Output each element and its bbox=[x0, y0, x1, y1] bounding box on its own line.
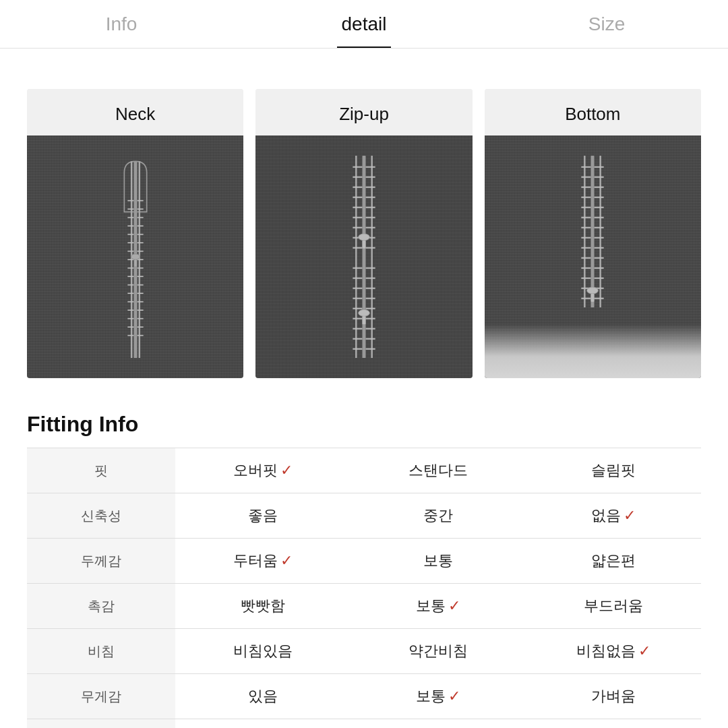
image-card-neck: Neck bbox=[27, 89, 243, 378]
neck-label: Neck bbox=[27, 89, 243, 135]
check-mark-icon: ✓ bbox=[448, 688, 460, 704]
row-col1: 오버핏✓ bbox=[175, 448, 351, 493]
row-col1: 비침있음 bbox=[175, 629, 351, 674]
zipup-photo bbox=[255, 135, 472, 378]
row-col1: 있음 bbox=[175, 674, 351, 719]
image-card-bottom: Bottom bbox=[485, 89, 701, 378]
svg-rect-38 bbox=[134, 260, 136, 266]
svg-point-80 bbox=[359, 309, 370, 316]
bottom-photo bbox=[485, 135, 701, 378]
neck-photo bbox=[27, 135, 243, 378]
row-label: 신축성 bbox=[27, 493, 175, 539]
check-mark-icon: ✓ bbox=[624, 507, 636, 524]
row-label: 무게감 bbox=[27, 674, 175, 719]
table-row: 촉감빳빳함보통✓부드러움 bbox=[27, 584, 701, 629]
row-col1: 있음✓ bbox=[175, 719, 351, 729]
row-label: 촉감 bbox=[27, 584, 175, 629]
row-col1: 좋음 bbox=[175, 493, 351, 539]
tab-bar: Info detail Size bbox=[0, 0, 728, 49]
svg-rect-41 bbox=[362, 156, 365, 358]
tab-info[interactable]: Info bbox=[0, 0, 243, 48]
row-col3: 슬림핏 bbox=[526, 448, 701, 493]
svg-rect-79 bbox=[362, 241, 365, 249]
tab-size[interactable]: Size bbox=[485, 0, 728, 48]
zipup-label: Zip-up bbox=[255, 89, 472, 135]
row-col2: 없음 bbox=[351, 719, 526, 729]
svg-point-113 bbox=[587, 287, 599, 294]
row-col3: 비침없음✓ bbox=[526, 629, 701, 674]
row-col3: 얇은편 bbox=[526, 539, 701, 584]
row-col2: 보통 bbox=[351, 539, 526, 584]
image-row: Neck bbox=[27, 89, 701, 378]
image-card-zipup: Zip-up bbox=[255, 89, 472, 378]
row-col2: 약간비침 bbox=[351, 629, 526, 674]
row-col3: 기모 bbox=[526, 719, 701, 729]
row-col1: 빳빳함 bbox=[175, 584, 351, 629]
fitting-title: Fitting Info bbox=[27, 412, 701, 437]
check-mark-icon: ✓ bbox=[638, 642, 650, 659]
svg-rect-114 bbox=[591, 294, 595, 302]
svg-point-78 bbox=[359, 234, 370, 241]
check-mark-icon: ✓ bbox=[280, 552, 293, 569]
table-row: 무게감있음보통✓가벼움 bbox=[27, 674, 701, 719]
table-row: 비침비침있음약간비침비침없음✓ bbox=[27, 629, 701, 674]
row-label: 핏 bbox=[27, 448, 175, 493]
table-row: 두께감두터움✓보통얇은편 bbox=[27, 539, 701, 584]
row-label: 두께감 bbox=[27, 539, 175, 584]
check-mark-icon: ✓ bbox=[448, 597, 460, 614]
row-col3: 가벼움 bbox=[526, 674, 701, 719]
table-row: 안감있음✓없음기모 bbox=[27, 719, 701, 729]
detail-section: Neck bbox=[0, 49, 728, 412]
check-mark-icon: ✓ bbox=[280, 462, 293, 479]
table-row: 신축성좋음중간없음✓ bbox=[27, 493, 701, 539]
row-col3: 부드러움 bbox=[526, 584, 701, 629]
row-label: 비침 bbox=[27, 629, 175, 674]
row-col2: 중간 bbox=[351, 493, 526, 539]
row-col2: 보통✓ bbox=[351, 584, 526, 629]
svg-rect-81 bbox=[362, 316, 365, 324]
row-col2: 스탠다드 bbox=[351, 448, 526, 493]
table-row: 핏오버핏✓스탠다드슬림핏 bbox=[27, 448, 701, 493]
tab-detail[interactable]: detail bbox=[243, 0, 485, 48]
svg-point-37 bbox=[131, 254, 140, 260]
row-col2: 보통✓ bbox=[351, 674, 526, 719]
row-col1: 두터움✓ bbox=[175, 539, 351, 584]
bottom-label: Bottom bbox=[485, 89, 701, 135]
fitting-section: Fitting Info 핏오버핏✓스탠다드슬림핏신축성좋음중간없음✓두께감두터… bbox=[0, 412, 728, 728]
svg-rect-84 bbox=[591, 156, 595, 307]
row-col3: 없음✓ bbox=[526, 493, 701, 539]
fitting-table: 핏오버핏✓스탠다드슬림핏신축성좋음중간없음✓두께감두터움✓보통얇은편촉감빳빳함보… bbox=[27, 448, 701, 728]
row-label: 안감 bbox=[27, 719, 175, 729]
